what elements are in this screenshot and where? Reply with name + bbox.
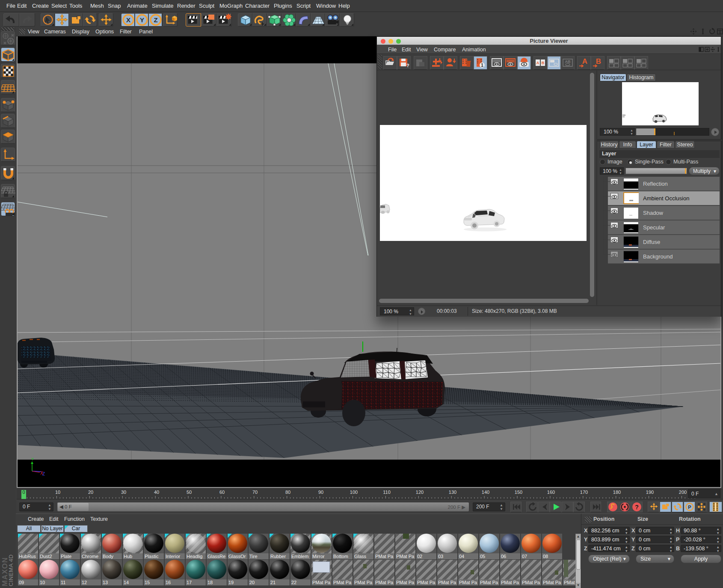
svg-text:Y: Y — [31, 457, 34, 461]
svg-text:A: A — [582, 57, 587, 65]
svg-text:B: B — [542, 61, 545, 65]
svg-text:A: A — [536, 61, 539, 65]
svg-text:P: P — [688, 505, 691, 510]
svg-text:Y: Y — [140, 16, 144, 24]
svg-text:1: 1 — [481, 63, 483, 68]
svg-text:X: X — [40, 471, 43, 475]
svg-text:X: X — [126, 16, 130, 24]
svg-text:Z: Z — [154, 16, 157, 24]
svg-text:?: ? — [635, 504, 639, 511]
svg-text:AB: AB — [565, 59, 571, 64]
svg-text:B: B — [596, 57, 601, 65]
svg-text:?: ? — [406, 63, 409, 68]
